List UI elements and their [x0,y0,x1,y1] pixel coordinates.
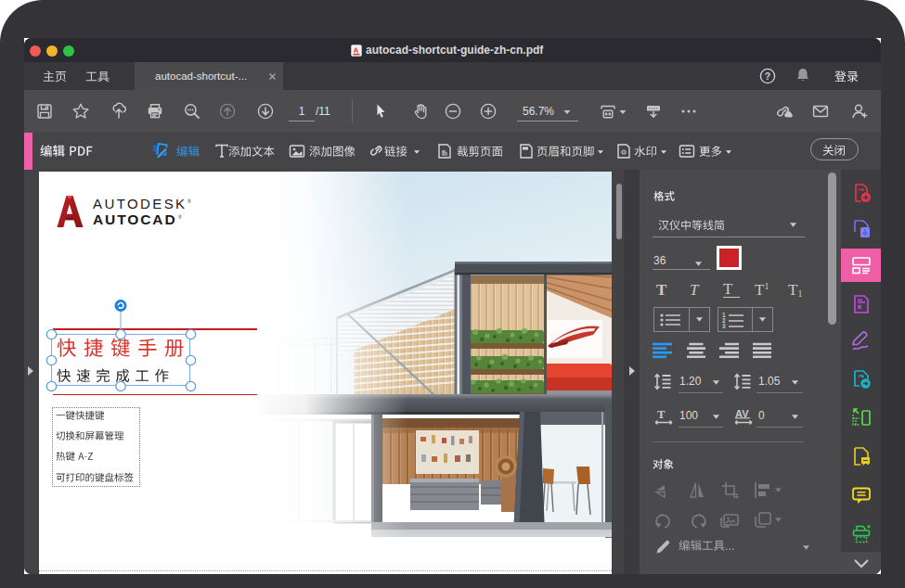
svg-text:T: T [657,407,666,421]
svg-text:AUTOCAD: AUTOCAD [93,211,177,227]
svg-text:?: ? [765,70,770,82]
svg-text:®: ® [187,198,191,204]
svg-text:AUTODESK: AUTODESK [93,196,187,211]
svg-text:®: ® [178,214,182,220]
svg-text:3: 3 [722,323,726,328]
